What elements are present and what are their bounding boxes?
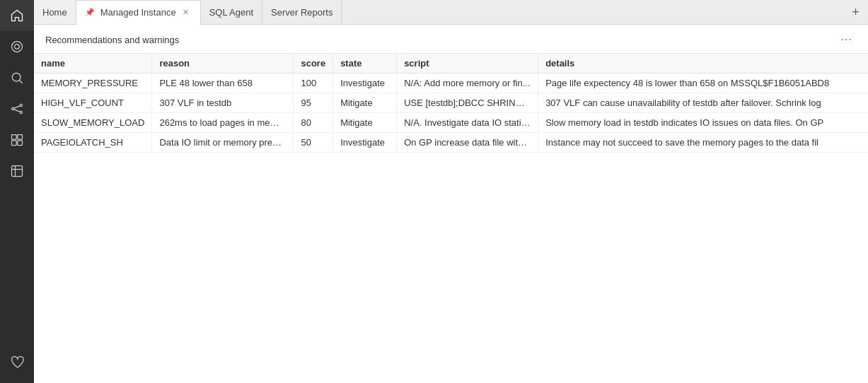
cell-details: Instance may not succeed to save the mem… — [538, 133, 868, 153]
section-menu-button[interactable]: ··· — [837, 32, 857, 47]
tab-home-label: Home — [42, 7, 67, 18]
tab-close-button[interactable]: ✕ — [180, 7, 192, 18]
cell-reason: PLE 48 lower than 658 — [152, 73, 294, 93]
svg-rect-10 — [18, 135, 23, 140]
cell-score: 95 — [294, 93, 333, 113]
cell-details: Slow memory load in testdb indicates IO … — [538, 113, 868, 133]
svg-point-4 — [12, 107, 14, 110]
cell-state: Mitigate — [333, 113, 397, 133]
cell-script: N/A. Investigate data IO statis... — [397, 113, 538, 133]
pin-icon: 📌 — [85, 8, 95, 17]
sidebar — [0, 0, 34, 383]
home-icon[interactable] — [0, 0, 34, 31]
col-header-details: details — [538, 54, 868, 73]
tab-server-reports-label: Server Reports — [271, 7, 332, 18]
section-header: Recommendations and warnings ··· — [34, 25, 868, 54]
dashboard-icon[interactable] — [0, 31, 34, 62]
tab-server-reports[interactable]: Server Reports — [262, 0, 342, 24]
extensions-icon[interactable] — [0, 155, 34, 187]
cell-reason: 262ms to load pages in memory. — [152, 113, 294, 133]
tab-managed-instance-label: Managed Instance — [100, 7, 176, 18]
cell-reason: 307 VLF in testdb — [152, 93, 294, 113]
col-header-state: state — [333, 54, 397, 73]
svg-point-1 — [15, 45, 20, 49]
cell-state: Mitigate — [333, 93, 397, 113]
table-body: MEMORY_PRESSUREPLE 48 lower than 658100I… — [34, 73, 868, 153]
cell-state: Investigate — [333, 73, 397, 93]
table-row[interactable]: HIGH_VLF_COUNT307 VLF in testdb95Mitigat… — [34, 93, 868, 113]
cell-score: 80 — [294, 113, 333, 133]
svg-rect-9 — [12, 135, 17, 140]
deployments-icon[interactable] — [0, 124, 34, 155]
cell-name: PAGEIOLATCH_SH — [34, 133, 152, 153]
svg-point-2 — [12, 73, 21, 81]
svg-rect-12 — [18, 141, 23, 146]
cell-script: N/A: Add more memory or fin... — [397, 73, 538, 93]
cell-state: Investigate — [333, 133, 397, 153]
tab-sql-agent[interactable]: SQL Agent — [201, 0, 262, 24]
col-header-reason: reason — [152, 54, 294, 73]
cell-details: 307 VLF can cause unavailability of test… — [538, 93, 868, 113]
connections-icon[interactable] — [0, 93, 34, 124]
cell-reason: Data IO limit or memory pressure. — [152, 133, 294, 153]
section-title: Recommendations and warnings — [45, 35, 179, 45]
tab-bar: Home 📌 Managed Instance ✕ SQL Agent Serv… — [34, 0, 868, 25]
svg-point-5 — [20, 104, 22, 106]
svg-line-7 — [14, 106, 20, 108]
main-area: Home 📌 Managed Instance ✕ SQL Agent Serv… — [34, 0, 868, 383]
table-row[interactable]: PAGEIOLATCH_SHData IO limit or memory pr… — [34, 133, 868, 153]
svg-line-3 — [20, 81, 23, 83]
cell-script: On GP increase data file with l... — [397, 133, 538, 153]
recommendations-table: name reason score state script details M… — [34, 54, 868, 153]
table-row[interactable]: SLOW_MEMORY_LOAD262ms to load pages in m… — [34, 113, 868, 133]
col-header-score: score — [294, 54, 333, 73]
tab-sql-agent-label: SQL Agent — [209, 7, 253, 18]
svg-rect-11 — [12, 141, 17, 146]
table-row[interactable]: MEMORY_PRESSUREPLE 48 lower than 658100I… — [34, 73, 868, 93]
cell-score: 100 — [294, 73, 333, 93]
cell-score: 50 — [294, 133, 333, 153]
cell-name: MEMORY_PRESSURE — [34, 73, 152, 93]
col-header-name: name — [34, 54, 152, 73]
table-header-row: name reason score state script details — [34, 54, 868, 73]
content-area: Recommendations and warnings ··· name re… — [34, 25, 868, 383]
cell-name: HIGH_VLF_COUNT — [34, 93, 152, 113]
svg-line-8 — [14, 110, 20, 112]
svg-point-6 — [20, 111, 22, 113]
cell-script: USE [testdb];DBCC SHRINKFIL... — [397, 93, 538, 113]
add-tab-button[interactable]: + — [843, 0, 868, 24]
svg-point-0 — [12, 42, 23, 52]
col-header-script: script — [397, 54, 538, 73]
tab-managed-instance[interactable]: 📌 Managed Instance ✕ — [76, 0, 201, 25]
tab-home[interactable]: Home — [34, 0, 76, 24]
table-container[interactable]: name reason score state script details M… — [34, 54, 868, 383]
cell-details: Page life expectency 48 is lower than 65… — [538, 73, 868, 93]
search-icon[interactable] — [0, 62, 34, 93]
health-icon[interactable] — [0, 346, 34, 377]
cell-name: SLOW_MEMORY_LOAD — [34, 113, 152, 133]
